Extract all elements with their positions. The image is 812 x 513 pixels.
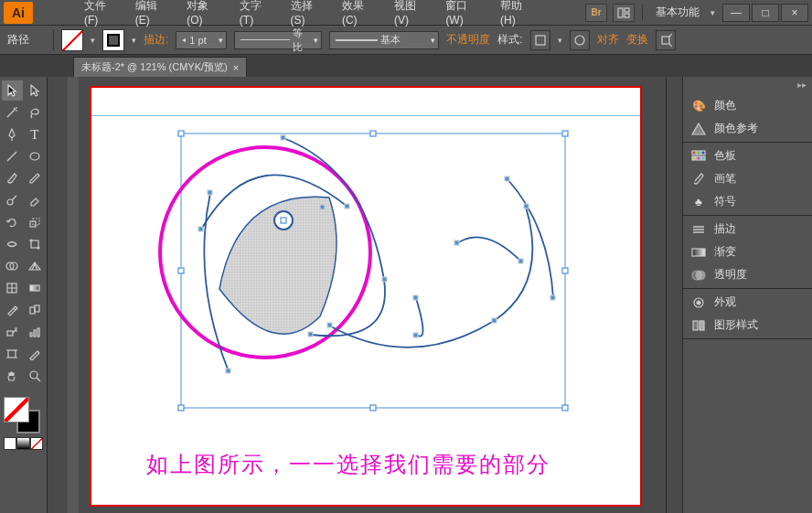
scale-tool[interactable] (25, 212, 46, 232)
direct-selection-tool[interactable] (25, 80, 46, 101)
slice-tool[interactable] (25, 344, 46, 364)
menu-help[interactable]: 帮助(H) (493, 0, 543, 30)
align-label[interactable]: 对齐 (597, 32, 619, 48)
document-tab[interactable]: 未标题-2* @ 121% (CMYK/预览) × (73, 57, 247, 77)
panel-symbols[interactable]: ♣符号 (683, 190, 812, 213)
isolate-button[interactable] (656, 30, 676, 50)
dock-collapse-strip[interactable] (667, 77, 683, 513)
column-graph-tool[interactable] (25, 322, 46, 342)
close-icon[interactable]: × (233, 62, 239, 73)
color-mode-none[interactable] (30, 437, 43, 450)
panel-graphic-styles[interactable]: 图形样式 (683, 314, 812, 337)
gradient-tool[interactable] (25, 278, 46, 298)
style-swatch-button[interactable] (530, 30, 550, 50)
color-mode-gradient[interactable] (16, 437, 29, 450)
panel-gradient[interactable]: 渐变 (683, 240, 812, 263)
shape-builder-tool[interactable] (2, 256, 23, 276)
line-tool[interactable] (2, 146, 23, 166)
menu-effect[interactable]: 效果(C) (335, 0, 385, 30)
svg-rect-48 (492, 318, 497, 323)
stroke-swatch[interactable] (102, 29, 124, 51)
panel-swatches[interactable]: 色板 (683, 144, 812, 167)
artboard[interactable]: 如上图所示，一一选择我们需要的部分 (90, 86, 642, 507)
panel-appearance[interactable]: 外观 (683, 291, 812, 314)
color-mode-solid[interactable] (4, 437, 16, 450)
transform-label[interactable]: 变换 (626, 32, 648, 48)
panel-color[interactable]: 🎨颜色 (683, 94, 812, 117)
chevron-down-icon[interactable]: ▾ (132, 36, 136, 45)
free-transform-tool[interactable] (25, 234, 46, 254)
brush-icon (690, 172, 707, 187)
workspace-label[interactable]: 基本功能 (650, 5, 705, 20)
blend-tool[interactable] (25, 300, 46, 320)
maximize-button[interactable]: □ (752, 4, 779, 22)
artboard-tool[interactable] (2, 344, 23, 364)
close-window-button[interactable]: × (781, 4, 808, 22)
svg-rect-29 (178, 268, 184, 273)
menu-edit[interactable]: 编辑(E) (128, 0, 177, 30)
width-tool[interactable] (2, 234, 23, 254)
svg-rect-23 (8, 350, 16, 358)
menu-type[interactable]: 文字(T) (232, 0, 282, 30)
color-guide-icon (690, 122, 707, 136)
document-tab-bar: 未标题-2* @ 121% (CMYK/预览) × (0, 55, 812, 77)
svg-rect-40 (281, 135, 285, 140)
svg-rect-31 (178, 405, 184, 411)
menu-object[interactable]: 对象(O) (179, 0, 230, 30)
svg-rect-5 (662, 37, 669, 44)
recolor-button[interactable] (570, 30, 590, 50)
fill-swatch[interactable] (61, 29, 83, 51)
arrange-docs-button[interactable] (613, 4, 635, 22)
symbol-sprayer-tool[interactable] (2, 322, 23, 342)
menu-bar: 文件(F) 编辑(E) 对象(O) 文字(T) 选择(S) 效果(C) 视图(V… (37, 0, 583, 26)
svg-rect-58 (701, 151, 705, 155)
menu-view[interactable]: 视图(V) (387, 0, 436, 30)
svg-rect-59 (692, 156, 696, 160)
menu-select[interactable]: 选择(S) (283, 0, 333, 30)
stroke-icon (690, 222, 707, 237)
stroke-weight-input[interactable]: ◂1 pt (176, 31, 227, 49)
eraser-tool[interactable] (25, 190, 46, 210)
hand-tool[interactable] (2, 366, 23, 386)
panel-stroke[interactable]: 描边 (683, 218, 812, 240)
svg-rect-17 (30, 307, 35, 314)
mesh-tool[interactable] (2, 278, 23, 298)
zoom-tool[interactable] (25, 366, 46, 386)
graphic-styles-icon (690, 318, 707, 333)
menu-window[interactable]: 窗口(W) (438, 0, 491, 30)
brush-profile-select[interactable]: 基本 (329, 31, 439, 49)
swatches-icon (690, 149, 707, 164)
opacity-label[interactable]: 不透明度 (446, 32, 490, 48)
magic-wand-tool[interactable] (2, 102, 23, 123)
svg-rect-39 (198, 227, 203, 231)
eyedropper-tool[interactable] (2, 300, 23, 320)
stroke-label[interactable]: 描边: (144, 32, 168, 48)
panel-transparency[interactable]: 透明度 (683, 263, 812, 286)
dash-profile-select[interactable]: 等比 (234, 31, 322, 49)
right-dock: ▸▸ 🎨颜色 颜色参考 色板 画笔 ♣符号 描边 渐变 透明度 外观 图形样式 (666, 77, 812, 513)
svg-rect-41 (345, 204, 349, 208)
chevron-down-icon[interactable]: ▾ (91, 36, 95, 45)
bridge-button[interactable]: Br (585, 4, 607, 22)
paintbrush-tool[interactable] (2, 168, 23, 188)
ellipse-tool[interactable] (25, 146, 46, 166)
pencil-tool[interactable] (25, 168, 46, 188)
lasso-tool[interactable] (25, 102, 46, 123)
blob-brush-tool[interactable] (2, 190, 23, 210)
pen-tool[interactable] (2, 124, 23, 144)
selection-tool[interactable] (2, 80, 23, 101)
chevron-down-icon[interactable]: ▾ (558, 36, 562, 45)
menu-file[interactable]: 文件(F) (77, 0, 126, 30)
panel-color-guide[interactable]: 颜色参考 (683, 117, 812, 140)
panel-brushes[interactable]: 画笔 (683, 167, 812, 190)
document-tab-title: 未标题-2* @ 121% (CMYK/预览) (81, 60, 228, 74)
fill-color-swatch[interactable] (4, 397, 29, 422)
minimize-button[interactable]: — (722, 4, 750, 22)
svg-rect-10 (31, 240, 38, 248)
app-logo: Ai (4, 2, 33, 24)
canvas-area[interactable]: 如上图所示，一一选择我们需要的部分 (48, 77, 666, 513)
rotate-tool[interactable] (2, 212, 23, 232)
type-tool[interactable]: T (25, 124, 46, 144)
perspective-grid-tool[interactable] (25, 256, 46, 276)
dock-expand-icon[interactable]: ▸▸ (797, 80, 807, 90)
